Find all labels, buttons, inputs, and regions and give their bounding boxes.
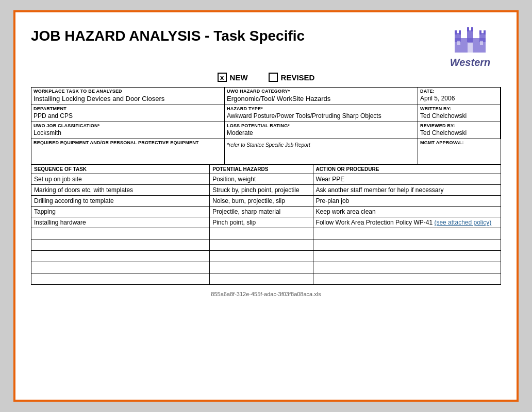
hazards-cell xyxy=(210,239,313,251)
action-cell: Wear PPE xyxy=(313,174,501,185)
file-id: 855a6a8f-312e-455f-adac-3f03f8a08aca.xls xyxy=(211,291,321,297)
header-row: JOB HAZARD ANALYSIS - Task Specific xyxy=(31,23,501,68)
task-cell xyxy=(31,239,210,251)
svg-rect-11 xyxy=(457,41,460,45)
revised-checkbox xyxy=(269,73,278,82)
action-cell xyxy=(313,273,501,285)
written-by-cell: WRITTEN BY: Ted Chelchowski xyxy=(418,105,501,122)
uwo-hazard-value: Ergonomic/Tool/ WorkSite Hazards xyxy=(225,94,418,105)
table-row: TappingProjectile, sharp materialKeep wo… xyxy=(31,207,501,217)
col-action: ACTION OR PROCEDURE xyxy=(313,165,501,174)
department-cell: DEPARTMENT PPD and CPS xyxy=(31,105,225,122)
uwo-job-cell: UWO JOB CLASSIFICATION* Locksmith xyxy=(31,122,225,139)
svg-rect-7 xyxy=(471,27,473,31)
date-label: DATE: xyxy=(418,88,500,94)
loss-potential-label: LOSS POTENTIAL RATING* xyxy=(225,122,418,128)
department-label: DEPARTMENT xyxy=(31,105,224,111)
uwo-job-value: Locksmith xyxy=(31,128,224,139)
action-cell: Follow Work Area Protection Policy WP-41… xyxy=(313,217,501,228)
workplace-task-cell: WORKPLACE TASK TO BE ANALYSED Installing… xyxy=(31,88,225,105)
action-cell: Ask another staff member for help if nec… xyxy=(313,185,501,196)
refer-text: *refer to Stantec Specific Job Report xyxy=(225,139,418,150)
workplace-task-value: Installing Locking Devices and Door Clos… xyxy=(31,94,224,105)
workplace-task-label: WORKPLACE TASK TO BE ANALYSED xyxy=(31,88,224,94)
policy-link[interactable]: (see attached policy) xyxy=(434,219,491,226)
hazards-cell xyxy=(210,273,313,285)
status-row: x NEW REVISED xyxy=(31,73,501,82)
loss-potential-cell: LOSS POTENTIAL RATING* Moderate xyxy=(225,122,418,139)
table-row xyxy=(31,262,501,273)
new-checkbox: x xyxy=(218,73,227,82)
action-cell: Keep work area clean xyxy=(313,207,501,217)
task-table: SEQUENCE OF TASK POTENTIAL HAZARDS ACTIO… xyxy=(31,164,501,285)
task-cell: Marking of doors etc, with templates xyxy=(31,185,210,196)
loss-potential-value: Moderate xyxy=(225,128,418,139)
hazards-cell: Pinch point, slip xyxy=(210,217,313,228)
reviewed-by-cell: REVIEWED BY: Ted Chelchowski xyxy=(418,122,501,139)
action-cell xyxy=(313,239,501,251)
hazard-type-cell: HAZARD TYPE* Awkward Posture/Power Tools… xyxy=(225,105,418,122)
date-value: April 5, 2006 xyxy=(418,94,500,104)
table-row xyxy=(31,239,501,251)
table-row xyxy=(31,228,501,239)
svg-rect-12 xyxy=(480,41,483,45)
required-equipment-label: REQUIRED EQUIPMENT AND/OR PERSONAL PROTE… xyxy=(31,139,224,145)
task-cell: Installing hardware xyxy=(31,217,210,228)
uwo-job-label: UWO JOB CLASSIFICATION* xyxy=(31,122,224,128)
department-value: PPD and CPS xyxy=(31,111,224,122)
required-equipment-value xyxy=(31,145,224,164)
table-row: Marking of doors etc, with templatesStru… xyxy=(31,185,501,196)
revised-status: REVISED xyxy=(269,73,315,82)
hazards-cell: Projectile, sharp material xyxy=(210,207,313,217)
hazards-cell xyxy=(210,262,313,273)
reviewed-by-label: REVIEWED BY: xyxy=(418,122,500,128)
table-row: Set up on job sitePosition, weightWear P… xyxy=(31,174,501,185)
form-section: WORKPLACE TASK TO BE ANALYSED Installing… xyxy=(31,87,501,164)
new-status: x NEW xyxy=(218,73,248,82)
task-cell: Set up on job site xyxy=(31,174,210,185)
logo-text: Western xyxy=(439,57,501,68)
hazards-cell: Struck by, pinch point, projectile xyxy=(210,185,313,196)
written-by-label: WRITTEN BY: xyxy=(418,105,500,111)
action-cell xyxy=(313,251,501,262)
svg-rect-10 xyxy=(468,43,473,53)
hazard-type-label: HAZARD TYPE* xyxy=(225,105,418,111)
table-row: Drilling according to templateNoise, bur… xyxy=(31,196,501,207)
svg-rect-8 xyxy=(479,30,481,35)
table-row xyxy=(31,251,501,262)
hazards-cell xyxy=(210,228,313,239)
svg-rect-9 xyxy=(484,30,486,35)
task-cell: Tapping xyxy=(31,207,210,217)
task-cell: Drilling according to template xyxy=(31,196,210,207)
required-equipment-cell: REQUIRED EQUIPMENT AND/OR PERSONAL PROTE… xyxy=(31,139,225,164)
hazards-cell: Noise, burn, projectile, slip xyxy=(210,196,313,207)
refer-cell: *refer to Stantec Specific Job Report xyxy=(225,139,418,164)
uwo-hazard-label: UWO HAZARD CATEGORY* xyxy=(225,88,418,94)
action-cell: Pre-plan job xyxy=(313,196,501,207)
svg-rect-2 xyxy=(467,30,473,42)
action-cell xyxy=(313,262,501,273)
new-label: NEW xyxy=(230,73,248,82)
written-by-value: Ted Chelchowski xyxy=(418,111,500,122)
reviewed-by-value: Ted Chelchowski xyxy=(418,128,500,139)
svg-rect-4 xyxy=(455,30,457,35)
svg-rect-6 xyxy=(467,27,469,31)
svg-rect-5 xyxy=(459,30,461,35)
logo-area: Western xyxy=(439,23,501,68)
task-cell xyxy=(31,273,210,285)
table-row xyxy=(31,273,501,285)
mgmt-approval-value xyxy=(418,145,501,164)
hazards-cell xyxy=(210,251,313,262)
footer: 855a6a8f-312e-455f-adac-3f03f8a08aca.xls xyxy=(31,291,501,297)
action-cell xyxy=(313,228,501,239)
col-task: SEQUENCE OF TASK xyxy=(31,165,210,174)
task-cell xyxy=(31,228,210,239)
uwo-hazard-cell: UWO HAZARD CATEGORY* Ergonomic/Tool/ Wor… xyxy=(225,88,418,105)
page: JOB HAZARD ANALYSIS - Task Specific xyxy=(13,10,519,402)
hazards-cell: Position, weight xyxy=(210,174,313,185)
table-row: Installing hardwarePinch point, slipFoll… xyxy=(31,217,501,228)
western-logo-icon xyxy=(452,23,488,54)
revised-label: REVISED xyxy=(281,73,315,82)
col-hazards: POTENTIAL HAZARDS xyxy=(210,165,313,174)
date-cell: DATE: April 5, 2006 xyxy=(418,88,501,105)
